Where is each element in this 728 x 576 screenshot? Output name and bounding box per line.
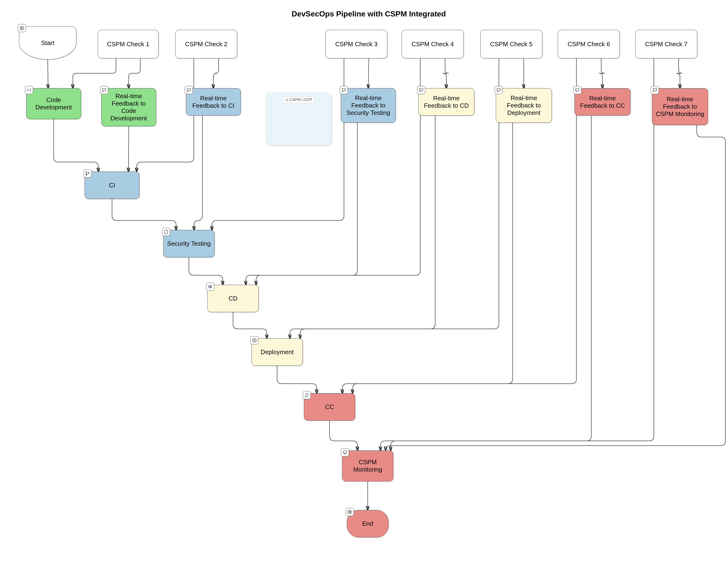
edge-fb_cd-deploy [300,116,435,338]
chat-icon [495,86,503,94]
svg-rect-4 [209,286,212,286]
chat-icon [340,86,348,94]
svg-point-1 [86,172,87,173]
play-icon [18,24,26,32]
node-monitor: CSPM Monitoring [342,451,393,481]
node-fb_cc: Real-time Feedback to CC [575,88,631,116]
svg-point-2 [86,174,87,175]
chat-icon [573,86,581,94]
node-code_dev: Code Development [26,88,81,119]
loop-label: CSPM LOOP [283,96,314,103]
edge-fb_dep-cc [353,123,512,393]
refresh-icon [303,391,311,399]
node-deploy: Deployment [251,338,303,366]
node-cspm3: CSPM Check 3 [326,30,387,58]
node-cspm5: CSPM Check 5 [480,30,542,58]
chat-icon [651,86,659,94]
svg-rect-5 [209,287,212,288]
chat-icon [417,86,425,94]
edge-cspm1-fb_code [129,58,140,88]
node-sectest: Security Testing [163,230,215,257]
node-cd: CD [207,285,259,312]
branch-icon [83,169,91,177]
code-icon [25,86,33,94]
svg-point-8 [348,510,352,514]
node-fb_cd: Real-time Feedback to CD [418,88,474,116]
node-start: Start [19,26,76,60]
edge-cspm3-fb_sec [368,58,369,88]
svg-rect-7 [343,451,346,453]
shield-icon [162,228,170,236]
edge-code_dev-ci [54,119,99,172]
edge-cc-monitor [330,421,358,451]
edge-fb_code-ci [129,126,129,172]
edge-fb_cc-monitor [391,116,591,451]
node-fb_code: Real-time Feedback to Code Development [101,88,156,126]
stop-icon [346,508,354,516]
edge-cspm7-fb_mon [676,58,682,88]
node-end: End [347,510,389,538]
node-ci: CI [85,172,139,199]
stack-icon [206,283,214,291]
edge-cspm5-fb_dep [524,58,524,88]
edge-start-code_dev [48,60,48,88]
svg-rect-9 [349,511,351,513]
edge-fb_mon-monitor [386,125,725,451]
node-fb_mon: Real-time Feedback to CSPM Monitoring [652,88,708,125]
edge-fb_sec-cd [256,123,357,285]
node-fb_dep: Real-time Feedback to Deployment [496,88,552,123]
node-cc: CC [304,393,355,421]
diagram-title: DevSecOps Pipeline with CSPM Integrated [291,9,446,18]
node-cspm1: CSPM Check 1 [98,30,159,58]
chat-icon [100,86,108,94]
edge-fb_ci-sectest [194,116,202,230]
edge-sectest-cd [189,257,223,285]
edge-cspm1-code_dev [73,58,116,88]
node-cspm7: CSPM Check 7 [635,30,697,58]
svg-point-3 [88,172,89,173]
edge-cspm4-fb_cd [443,58,449,88]
svg-point-0 [20,26,24,30]
edge-cd-deploy [233,312,267,338]
node-fb_sec: Real-time Feedback to Security Testing [341,88,396,123]
edge-ci-sectest [112,199,176,230]
chat-icon [185,86,193,94]
edge-cspm2-fb_ci [213,58,219,88]
node-fb_ci: Real-time Feedback to CI [186,88,241,116]
monitor-icon [341,448,349,456]
upload-icon [250,336,258,344]
edge-cspm6-fb_cc [599,58,605,88]
node-cspm_loop: CSPM LOOP [266,93,331,145]
node-cspm6: CSPM Check 6 [558,30,620,58]
node-cspm2: CSPM Check 2 [175,30,237,58]
edge-deploy-cc [277,366,317,393]
node-cspm4: CSPM Check 4 [402,30,464,58]
